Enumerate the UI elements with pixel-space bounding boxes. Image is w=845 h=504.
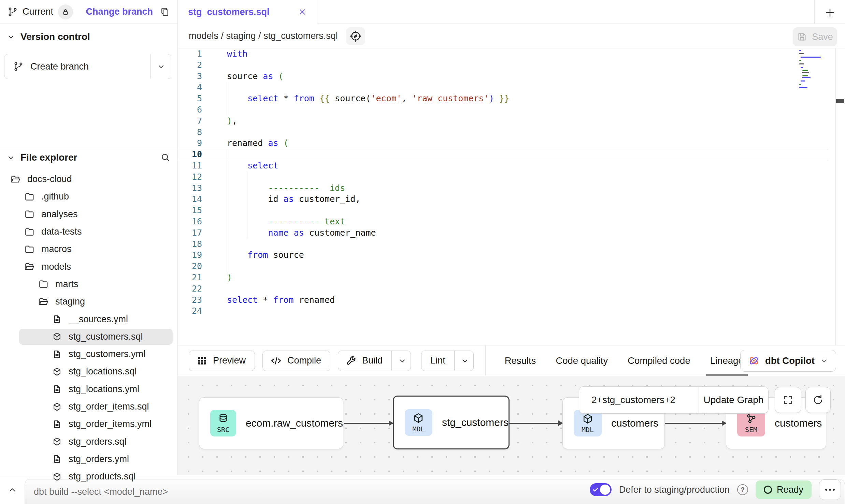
- preview-label: Preview: [213, 355, 255, 366]
- lint-button[interactable]: Lint: [421, 351, 474, 371]
- code-line-3[interactable]: 3source as (: [178, 71, 845, 82]
- create-branch-dropdown[interactable]: [151, 54, 171, 79]
- file-explorer-header[interactable]: File explorer: [0, 148, 177, 167]
- branch-icon: [8, 7, 18, 17]
- version-control-title: Version control: [20, 31, 90, 42]
- code-line-8[interactable]: 8: [178, 127, 845, 138]
- code-line-10[interactable]: 10: [178, 149, 845, 160]
- code-line-22[interactable]: 22: [178, 283, 845, 295]
- create-branch-main[interactable]: Create branch: [4, 54, 151, 79]
- tab-results[interactable]: Results: [505, 345, 536, 376]
- tree-item-docs-cloud[interactable]: docs-cloud: [0, 171, 177, 188]
- code-line-1[interactable]: 1with: [178, 48, 845, 60]
- scrollbar-thumb[interactable]: [836, 99, 844, 103]
- code-line-16[interactable]: 16 ---------- text: [178, 216, 845, 227]
- main-area: stg_customers.sql models / staging / stg…: [178, 0, 845, 475]
- code-line-12[interactable]: 12: [178, 172, 845, 183]
- code-line-23[interactable]: 23select * from renamed: [178, 295, 845, 306]
- code-line-7[interactable]: 7),: [178, 116, 845, 127]
- update-graph-button[interactable]: Update Graph: [699, 387, 768, 413]
- save-button[interactable]: Save: [793, 27, 837, 46]
- code-line-21[interactable]: 21): [178, 272, 845, 283]
- more-options-button[interactable]: [819, 479, 841, 500]
- line-number: 9: [178, 138, 214, 149]
- ready-status-badge[interactable]: Ready: [756, 480, 812, 499]
- tab-code-quality[interactable]: Code quality: [556, 345, 608, 376]
- indent-guide: [227, 216, 227, 227]
- line-number: 12: [178, 172, 214, 183]
- tab-compiled-code[interactable]: Compiled code: [628, 345, 690, 376]
- code-line-18[interactable]: 18: [178, 239, 845, 250]
- build-button[interactable]: Build: [338, 351, 411, 371]
- tree-item-label: stg_customers.yml: [69, 349, 145, 359]
- minimap[interactable]: [799, 50, 829, 71]
- tree-item-label: stg_order_items.sql: [69, 401, 149, 412]
- preview-button[interactable]: Preview: [189, 351, 255, 371]
- tab-lineage[interactable]: Lineage: [710, 345, 744, 376]
- line-number: 16: [178, 216, 214, 227]
- build-dropdown[interactable]: [391, 351, 411, 371]
- copilot-compass-button[interactable]: [346, 27, 365, 45]
- tree-item-stg-orders-sql[interactable]: stg_orders.sql: [0, 433, 177, 450]
- version-control-header[interactable]: Version control: [0, 29, 177, 44]
- code-line-11[interactable]: 11 select: [178, 160, 845, 172]
- change-branch-link[interactable]: Change branch: [86, 6, 153, 17]
- search-icon[interactable]: [160, 152, 171, 163]
- create-branch-button[interactable]: Create branch: [4, 54, 171, 79]
- scrollbar[interactable]: [835, 48, 845, 345]
- tree-item-analyses[interactable]: analyses: [0, 206, 177, 223]
- lineage-node-stg-customers[interactable]: MDLstg_customers: [393, 396, 510, 449]
- code-line-24[interactable]: 24: [178, 306, 845, 317]
- tree-item-stg-locations-sql[interactable]: stg_locations.sql: [0, 363, 177, 380]
- tree-item-data-tests[interactable]: data-tests: [0, 223, 177, 240]
- defer-toggle[interactable]: [590, 483, 612, 496]
- tree-item-stg-locations-yml[interactable]: stg_locations.yml: [0, 381, 177, 398]
- code-line-6[interactable]: 6: [178, 104, 845, 116]
- dbt-copilot-button[interactable]: dbt Copilot: [740, 350, 836, 372]
- refresh-button[interactable]: [805, 387, 831, 413]
- lint-dropdown[interactable]: [454, 351, 473, 371]
- branch-icon: [13, 61, 24, 72]
- tree-item-macros[interactable]: macros: [0, 240, 177, 258]
- code-line-2[interactable]: 2: [178, 60, 845, 71]
- ready-label: Ready: [777, 485, 803, 495]
- code-line-15[interactable]: 15: [178, 205, 845, 216]
- lineage-node-ecom-raw-customers[interactable]: SRCecom.raw_customers: [199, 397, 343, 449]
- help-icon[interactable]: ?: [737, 484, 748, 495]
- tree-item-stg-order-items-yml[interactable]: stg_order_items.yml: [0, 415, 177, 433]
- indent-guide: [227, 172, 227, 183]
- copy-icon[interactable]: [160, 7, 170, 17]
- code-line-9[interactable]: 9renamed as (: [178, 138, 845, 149]
- tree-item-marts[interactable]: marts: [0, 276, 177, 293]
- current-branch-label: Current: [23, 6, 53, 17]
- fullscreen-button[interactable]: [775, 387, 801, 413]
- tree-item-stg-customers-yml[interactable]: stg_customers.yml: [0, 345, 177, 363]
- collapse-panel-button[interactable]: [5, 483, 20, 497]
- new-tab-button[interactable]: [822, 5, 837, 20]
- code-line-19[interactable]: 19 from source: [178, 250, 845, 261]
- tree-item-models[interactable]: models: [0, 258, 177, 275]
- compile-button[interactable]: Compile: [262, 351, 330, 371]
- close-icon[interactable]: [298, 8, 307, 16]
- lineage-panel[interactable]: SRCecom.raw_customersMDLstg_customersMDL…: [178, 376, 845, 475]
- line-content: [214, 239, 845, 250]
- code-editor[interactable]: 1with23source as (45 select * from {{ so…: [178, 48, 845, 345]
- line-number: 11: [178, 160, 214, 172]
- lineage-selector-input[interactable]: 2+stg_customers+2: [579, 387, 699, 413]
- tree-item--github[interactable]: .github: [0, 188, 177, 205]
- tree-item-stg-customers-sql[interactable]: stg_customers.sql: [0, 328, 177, 345]
- code-line-13[interactable]: 13 ---------- ids: [178, 183, 845, 194]
- code-line-17[interactable]: 17 name as customer_name: [178, 227, 845, 239]
- code-line-5[interactable]: 5 select * from {{ source('ecom', 'raw_c…: [178, 93, 845, 104]
- lock-icon: [62, 8, 69, 16]
- code-line-14[interactable]: 14 id as customer_id,: [178, 194, 845, 205]
- code-line-20[interactable]: 20: [178, 261, 845, 272]
- folder-icon: [24, 244, 34, 254]
- tree-item-stg-orders-yml[interactable]: stg_orders.yml: [0, 450, 177, 468]
- tab-stg-customers[interactable]: stg_customers.sql: [178, 0, 317, 24]
- line-content: with: [214, 48, 845, 60]
- tree-item-stg-order-items-sql[interactable]: stg_order_items.sql: [0, 398, 177, 415]
- code-line-4[interactable]: 4: [178, 82, 845, 93]
- tree-item-staging[interactable]: staging: [0, 293, 177, 310]
- tree-item--sources-yml[interactable]: __sources.yml: [0, 310, 177, 328]
